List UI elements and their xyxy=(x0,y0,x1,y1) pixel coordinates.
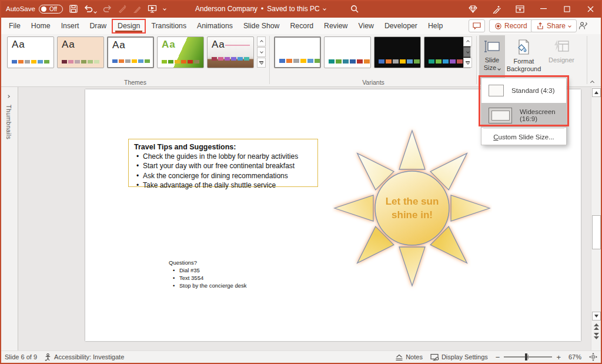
gem-premium-icon[interactable] xyxy=(461,0,484,18)
variants-scroll-down-icon[interactable] xyxy=(463,47,472,57)
questions-text-box[interactable]: Questions? •Dial #35 •Text 3554 •Stop by… xyxy=(169,259,247,289)
zoom-slider-handle[interactable] xyxy=(525,353,527,360)
display-settings-label: Display Settings xyxy=(442,353,488,360)
share-button-label: Share xyxy=(547,22,566,30)
zoom-in-button[interactable]: + xyxy=(556,353,561,362)
tab-draw[interactable]: Draw xyxy=(84,18,112,34)
pen-sparkle-icon[interactable] xyxy=(484,0,508,18)
color-swatch xyxy=(393,59,399,64)
zoom-slider[interactable] xyxy=(504,356,552,358)
menu-item-standard[interactable]: Standard (4:3) xyxy=(481,78,566,103)
color-swatch xyxy=(436,59,442,64)
notes-button[interactable]: Notes xyxy=(395,353,423,361)
variants-scroll-up-icon[interactable] xyxy=(463,36,472,46)
themes-scroll-up-icon[interactable] xyxy=(257,36,266,46)
previous-slide-button[interactable] xyxy=(593,322,600,330)
save-icon[interactable] xyxy=(69,5,78,13)
theme-thumbnail-wood[interactable]: Aa xyxy=(207,36,254,68)
tab-transitions[interactable]: Transitions xyxy=(146,18,192,34)
color-swatch xyxy=(357,59,363,64)
tab-record[interactable]: Record xyxy=(285,18,319,34)
tab-home[interactable]: Home xyxy=(26,18,56,34)
autosave-pill[interactable]: Off xyxy=(39,5,63,14)
editing-mode-icon[interactable] xyxy=(578,22,588,30)
search-icon[interactable] xyxy=(350,5,359,13)
share-button[interactable]: Share xyxy=(531,19,577,32)
tab-help[interactable]: Help xyxy=(423,18,448,34)
highlighter-pen-icon[interactable] xyxy=(133,5,141,13)
qat-more-icon[interactable] xyxy=(163,7,166,11)
comments-button[interactable] xyxy=(469,19,485,32)
record-button[interactable]: Record xyxy=(489,19,533,32)
slideshow-icon[interactable] xyxy=(148,5,157,13)
tab-design-active[interactable]: Design xyxy=(112,19,146,34)
color-swatch xyxy=(429,59,434,64)
title-bar: AutoSave Off xyxy=(0,0,602,18)
theme-thumbnail-peach[interactable]: Aa xyxy=(57,36,104,68)
maximize-button[interactable] xyxy=(555,0,578,18)
sun-text-line2[interactable]: shine in! xyxy=(392,209,433,221)
color-swatch xyxy=(225,57,230,61)
undo-button[interactable] xyxy=(84,5,96,13)
color-swatch xyxy=(175,60,180,64)
variant-thumbnail-2[interactable] xyxy=(324,36,371,68)
menu-item-custom-slide-size[interactable]: Custom Slide Size... xyxy=(481,129,566,145)
tab-view[interactable]: View xyxy=(353,18,379,34)
redo-icon[interactable] xyxy=(103,5,112,13)
next-slide-button[interactable] xyxy=(593,332,600,340)
variants-more-icon[interactable] xyxy=(463,58,472,68)
vertical-scrollbar[interactable] xyxy=(591,87,601,350)
tab-slide-show[interactable]: Slide Show xyxy=(238,18,285,34)
tab-review[interactable]: Review xyxy=(319,18,353,34)
minimize-button[interactable] xyxy=(531,0,555,18)
expand-thumbnails-icon[interactable] xyxy=(6,95,10,98)
close-button[interactable] xyxy=(578,0,602,18)
title-dropdown-icon[interactable] xyxy=(323,7,326,11)
collapse-ribbon-icon[interactable] xyxy=(590,81,594,85)
tab-developer[interactable]: Developer xyxy=(379,18,423,34)
variant-thumbnail-3[interactable] xyxy=(374,36,421,68)
bullet-marker: • xyxy=(169,274,179,282)
theme-thumbnail-office[interactable]: Aa xyxy=(7,36,54,68)
undo-dropdown-icon[interactable] xyxy=(93,10,97,14)
themes-more-icon[interactable] xyxy=(257,58,266,68)
color-swatch xyxy=(181,60,186,64)
travel-tips-title: Travel Tips and Suggestions: xyxy=(134,142,312,152)
sun-text-line1[interactable]: Let the sun xyxy=(386,196,439,207)
travel-tips-text-box[interactable]: Travel Tips and Suggestions: •Check the … xyxy=(128,139,318,187)
color-swatch xyxy=(407,59,413,64)
fit-slide-to-window-icon[interactable] xyxy=(589,353,597,361)
autosave-toggle[interactable]: AutoSave Off xyxy=(6,5,63,14)
ribbon-display-options-icon[interactable] xyxy=(508,0,531,18)
zoom-out-button[interactable]: − xyxy=(496,353,500,362)
sun-circle[interactable] xyxy=(375,171,449,245)
zoom-level[interactable]: 67% xyxy=(568,353,581,360)
menu-item-widescreen[interactable]: Widescreen (16:9) xyxy=(481,103,566,128)
thumbnails-panel-label[interactable]: Thumbnails xyxy=(5,105,12,139)
color-swatch xyxy=(31,60,36,64)
scrollbar-thumb[interactable] xyxy=(592,215,601,249)
display-settings-button[interactable]: Display Settings xyxy=(430,353,488,361)
scroll-up-icon[interactable] xyxy=(592,88,601,97)
standard-label: Standard (4:3) xyxy=(511,87,555,94)
theme-thumbnail-selected[interactable]: Aa xyxy=(107,36,154,68)
widescreen-ratio-icon xyxy=(489,108,512,123)
color-swatch xyxy=(218,57,223,61)
variant-thumbnail-1[interactable] xyxy=(274,36,321,68)
thumbnails-panel-collapsed[interactable]: Thumbnails xyxy=(0,87,18,350)
themes-scroll-down-icon[interactable] xyxy=(257,47,266,57)
designer-icon xyxy=(554,39,569,54)
document-title-group[interactable]: Anderson Company • Saved to this PC xyxy=(195,0,326,18)
tab-insert[interactable]: Insert xyxy=(56,18,85,34)
scroll-down-icon[interactable] xyxy=(592,312,601,320)
format-background-label-1: Format xyxy=(514,58,534,65)
sun-shape-group[interactable]: Let the sun shine in! xyxy=(332,126,492,293)
record-button-label: Record xyxy=(504,22,527,30)
tab-file[interactable]: File xyxy=(4,18,26,34)
share-dropdown-icon[interactable] xyxy=(568,24,571,28)
theme-thumbnail-facet[interactable]: Aa xyxy=(157,36,204,68)
color-swatch xyxy=(400,59,406,64)
ink-pen-icon[interactable] xyxy=(118,5,126,13)
accessibility-status[interactable]: Accessibility: Investigate xyxy=(44,353,124,361)
tab-animations[interactable]: Animations xyxy=(192,18,238,34)
